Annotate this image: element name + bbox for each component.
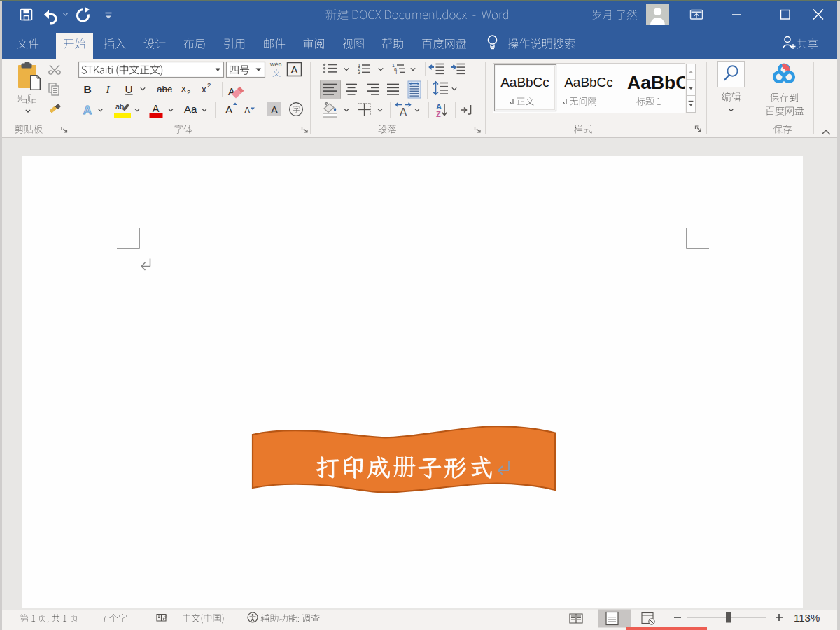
svg-text:x: x [202,84,206,94]
svg-text:A: A [225,104,233,115]
svg-text:A: A [153,103,160,114]
svg-text:wén: wén [270,61,282,68]
svg-text:A: A [400,106,407,118]
svg-text:AaBbCc: AaBbCc [500,75,550,90]
svg-text:x: x [181,83,186,94]
svg-text:113%: 113% [794,612,820,624]
svg-text:Aa: Aa [184,103,197,115]
svg-text:A: A [271,104,278,115]
svg-text:U: U [125,83,132,95]
svg-text:A: A [290,64,298,76]
svg-text:AaBbC: AaBbC [627,72,689,93]
svg-text:AaBbCc: AaBbCc [564,75,613,90]
svg-text:A: A [83,104,92,117]
svg-text:2: 2 [187,88,190,96]
svg-text:3: 3 [358,69,360,76]
svg-text:i: i [396,70,398,75]
svg-text:Z: Z [436,110,441,118]
svg-text:2: 2 [207,81,211,89]
svg-text:B: B [83,83,91,95]
svg-text:I: I [105,83,110,95]
svg-text:A: A [244,106,251,115]
svg-text:abc: abc [157,84,172,94]
